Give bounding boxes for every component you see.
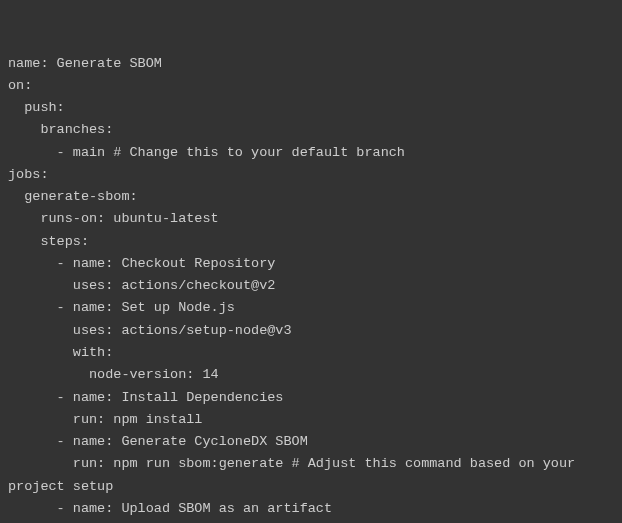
code-line: jobs: [8, 164, 614, 186]
code-line: run: npm install [8, 409, 614, 431]
code-line: - name: Checkout Repository [8, 253, 614, 275]
code-line: node-version: 14 [8, 364, 614, 386]
code-line: push: [8, 97, 614, 119]
code-line: - name: Set up Node.js [8, 297, 614, 319]
code-line: runs-on: ubuntu-latest [8, 208, 614, 230]
yaml-code-block: name: Generate SBOMon: push: branches: -… [8, 53, 614, 523]
code-line: run: npm run sbom:generate # Adjust this… [8, 453, 614, 475]
code-line: project setup [8, 476, 614, 498]
code-line: uses: actions/setup-node@v3 [8, 320, 614, 342]
code-line: steps: [8, 231, 614, 253]
code-line: branches: [8, 119, 614, 141]
code-line: - name: Upload SBOM as an artifact [8, 498, 614, 520]
code-line: - name: Generate CycloneDX SBOM [8, 431, 614, 453]
code-line: uses: actions/checkout@v2 [8, 275, 614, 297]
code-line: - name: Install Dependencies [8, 387, 614, 409]
code-line: - main # Change this to your default bra… [8, 142, 614, 164]
code-line: name: Generate SBOM [8, 53, 614, 75]
code-line: with: [8, 342, 614, 364]
code-line: on: [8, 75, 614, 97]
code-line: generate-sbom: [8, 186, 614, 208]
